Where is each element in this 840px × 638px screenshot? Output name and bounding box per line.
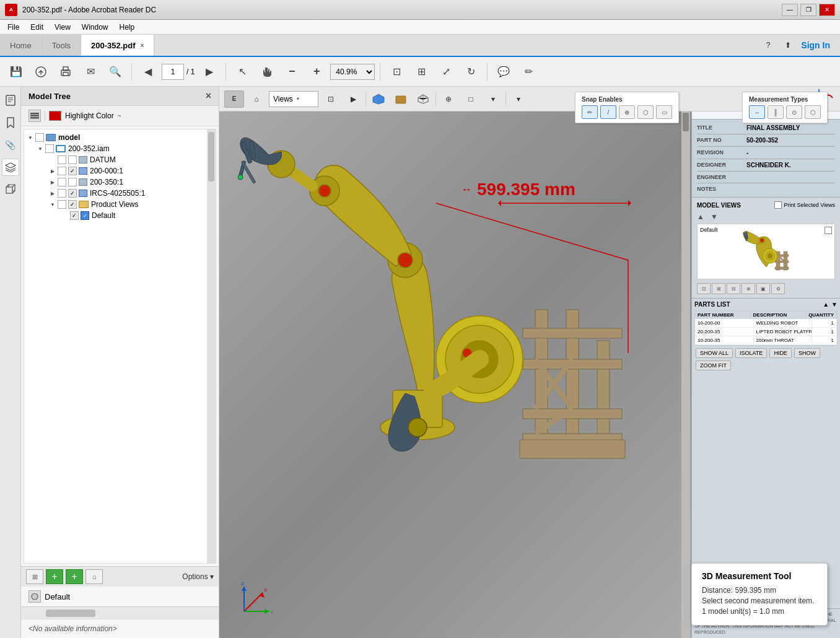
mv-print-selected[interactable]: Print Selected Views xyxy=(774,201,835,209)
fit-width-button[interactable]: ⊡ xyxy=(385,61,408,83)
tree-item-ircs[interactable]: ▶ ✓ IRCS-4025505:1 xyxy=(24,188,216,199)
mv-thumb-checkbox[interactable] xyxy=(825,227,832,234)
tree-checkbox-datum[interactable] xyxy=(58,155,66,164)
zoom-dropdown[interactable]: 40.9% 50% 75% 100% xyxy=(330,64,375,80)
tree-scrollbar[interactable] xyxy=(207,129,216,563)
sign-in-button[interactable]: Sign In xyxy=(801,40,830,50)
view-home-button[interactable]: ⌂ xyxy=(247,90,266,108)
tab-close-button[interactable]: × xyxy=(141,42,144,49)
full-screen-button[interactable]: ⤢ xyxy=(435,61,457,83)
upload-button[interactable] xyxy=(30,61,52,83)
pdf-scrollbar-thumb[interactable] xyxy=(683,113,689,131)
tree-item-datum[interactable]: ▶ DATUM xyxy=(24,154,216,165)
view-3d-btn2[interactable] xyxy=(391,90,411,108)
tree-expander-200000[interactable]: ▶ xyxy=(49,167,56,175)
mv-btn-4[interactable]: ⊕ xyxy=(742,283,755,294)
rotate-button[interactable]: ↻ xyxy=(460,61,482,83)
highlight-menu-icon[interactable] xyxy=(28,110,41,122)
tree-add-btn-1[interactable]: + xyxy=(46,569,63,584)
view-cross-btn[interactable]: ⊕ xyxy=(439,90,458,108)
menu-view[interactable]: View xyxy=(50,22,76,33)
tree-checkbox2-200000[interactable]: ✓ xyxy=(68,167,77,175)
save-button[interactable]: 💾 xyxy=(5,61,27,83)
pl-isolate-btn[interactable]: ISOLATE xyxy=(735,348,767,358)
model-tree-area[interactable]: ▼ model ▼ 200-352.iam ▶ DATUM xyxy=(24,129,216,564)
views-dropdown[interactable]: Views ▾ xyxy=(269,91,318,107)
snap-cross-btn[interactable]: ⊕ xyxy=(619,105,635,119)
tree-checkbox2-200350[interactable] xyxy=(68,178,77,186)
robot-3d-view[interactable]: ↔ 599.395 mm xyxy=(219,111,691,638)
zoom-out-button[interactable]: − xyxy=(281,61,303,83)
menu-edit[interactable]: Edit xyxy=(25,22,48,33)
side-icon-bookmark[interactable] xyxy=(2,114,19,131)
tree-scrollbar-thumb[interactable] xyxy=(208,132,214,181)
email-button[interactable]: ✉ xyxy=(79,61,102,83)
comment-button[interactable]: 💬 xyxy=(492,61,515,83)
tree-item-model[interactable]: ▼ model xyxy=(24,132,216,143)
mv-btn-2[interactable]: ⊞ xyxy=(712,283,725,294)
pl-row-1[interactable]: 20-200-35 LIPTED ROBOT PLATFROM 1 xyxy=(695,328,837,336)
tab-tools[interactable]: Tools xyxy=(42,35,81,56)
view-more-btn[interactable]: ▾ xyxy=(483,90,503,108)
pl-sort[interactable]: ▲ ▼ xyxy=(823,301,838,308)
view-square-btn[interactable]: □ xyxy=(461,90,481,108)
restore-button[interactable]: ❐ xyxy=(800,4,816,16)
measure-distance-btn[interactable]: ↔ xyxy=(749,105,765,119)
view-back-button[interactable]: E xyxy=(224,90,244,108)
measure-radius-btn[interactable]: ⊙ xyxy=(786,105,802,119)
tree-expander-200350[interactable]: ▶ xyxy=(49,178,56,186)
next-page-button[interactable]: ▶ xyxy=(198,61,221,83)
pl-sort-up[interactable]: ▲ xyxy=(823,301,829,308)
tree-expander-200352[interactable]: ▼ xyxy=(37,145,44,152)
fit-page-button[interactable]: ⊞ xyxy=(410,61,432,83)
view-fit-button[interactable]: ⊡ xyxy=(321,90,341,108)
highlight-dropdown-arrow[interactable]: ~ xyxy=(118,113,121,120)
markup-button[interactable]: ✏ xyxy=(517,61,540,83)
select-tool-button[interactable]: ↖ xyxy=(231,61,253,83)
menu-file[interactable]: File xyxy=(2,22,24,33)
share-button[interactable]: ⬆ xyxy=(780,38,796,52)
prev-page-button[interactable]: ◀ xyxy=(137,61,159,83)
tree-item-product-views[interactable]: ▼ ✓ Product Views xyxy=(24,199,216,210)
mv-nav-down[interactable]: ▼ xyxy=(708,212,720,221)
snap-rect-btn[interactable]: ▭ xyxy=(656,105,672,119)
search-button[interactable]: 🔍 xyxy=(104,61,126,83)
highlight-color-swatch[interactable] xyxy=(49,111,61,121)
tree-checkbox-default[interactable]: ✓ xyxy=(70,211,79,220)
tree-item-200000[interactable]: ▶ ✓ 200-000:1 xyxy=(24,165,216,177)
snap-pencil-btn[interactable]: ✏ xyxy=(582,105,598,119)
side-icon-attachment[interactable]: 📎 xyxy=(2,136,19,154)
pl-hide-btn[interactable]: HIDE xyxy=(769,348,792,358)
side-icon-layers[interactable] xyxy=(2,159,19,176)
tree-options-button[interactable]: Options ▾ xyxy=(182,572,214,581)
help-button[interactable]: ? xyxy=(761,38,776,52)
menu-window[interactable]: Window xyxy=(77,22,113,33)
close-button[interactable]: ✕ xyxy=(819,4,835,16)
pl-row-2[interactable]: 10-200-35 200mm THROAT 1 xyxy=(695,336,837,345)
pl-show-btn[interactable]: SHOW xyxy=(794,348,820,358)
tree-home-btn[interactable]: ⌂ xyxy=(85,569,103,584)
minimize-button[interactable]: — xyxy=(782,4,798,16)
mv-checkbox[interactable] xyxy=(774,201,782,209)
tree-checkbox-200352[interactable] xyxy=(45,144,54,153)
tree-hscroll-thumb[interactable] xyxy=(46,610,95,617)
page-number-input[interactable] xyxy=(162,64,184,80)
tree-checkbox-pv[interactable] xyxy=(58,200,66,209)
mv-btn-settings[interactable]: ⚙ xyxy=(771,283,785,294)
tree-hscroll[interactable] xyxy=(21,606,219,619)
mv-nav-up[interactable]: ▲ xyxy=(694,212,707,221)
side-icon-3d[interactable] xyxy=(2,181,19,198)
tree-bottom-icon1[interactable]: ⊞ xyxy=(26,569,43,584)
pl-sort-down[interactable]: ▼ xyxy=(831,301,838,308)
model-tree-close-button[interactable]: × xyxy=(206,90,211,102)
tree-item-200352iam[interactable]: ▼ 200-352.iam xyxy=(24,143,216,154)
snap-hex-btn[interactable]: ⬡ xyxy=(637,105,654,119)
tree-checkbox-model[interactable] xyxy=(35,133,44,142)
default-item[interactable]: Default xyxy=(21,587,219,606)
tree-expander-ircs[interactable]: ▶ xyxy=(49,190,56,197)
tree-add-btn-2[interactable]: + xyxy=(66,569,83,584)
tree-item-200350[interactable]: ▶ 200-350:1 xyxy=(24,177,216,188)
view-extra-btn[interactable]: ▾ xyxy=(509,90,528,108)
tree-expander-model[interactable]: ▼ xyxy=(27,134,34,141)
measure-angle-btn[interactable]: ⬡ xyxy=(805,105,821,119)
